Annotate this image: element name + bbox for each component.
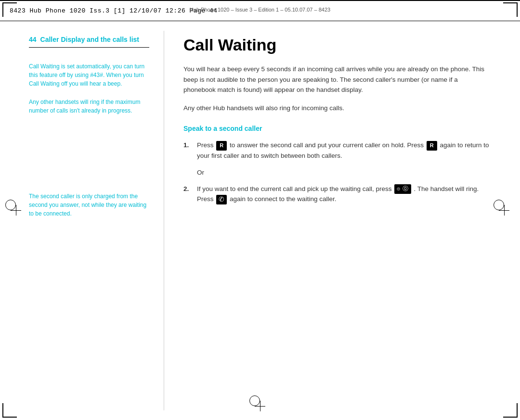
numbered-list: 1. Press R to answer the second call and…	[183, 140, 491, 204]
phone-btn: ✆	[216, 195, 227, 204]
item-content-1: Press R to answer the second call and pu…	[197, 140, 491, 161]
item-number-1: 1.	[183, 140, 193, 161]
right-content: Call Waiting You will hear a beep every …	[164, 21, 520, 420]
body-text-1: You will hear a beep every 5 seconds if …	[183, 64, 491, 95]
sidebar-note-2: Any other handsets will ring if the maxi…	[29, 98, 149, 115]
subsection-title: Speak to a second caller	[183, 125, 491, 132]
header-bar: 8423 Hub Phone 1020 Iss.3 [1] 12/10/07 1…	[0, 0, 520, 21]
sidebar-note-1: Call Waiting is set automatically, you c…	[29, 62, 149, 88]
header-left-text: 8423 Hub Phone 1020 Iss.3 [1] 12/10/07 1…	[10, 7, 218, 14]
list-item: 1. Press R to answer the second call and…	[183, 140, 491, 161]
r-key-1: R	[216, 141, 227, 151]
sidebar: 44 Caller Display and the calls list Cal…	[0, 21, 164, 420]
end-call-btn: ⌾ ⓪	[394, 184, 411, 194]
page-number-section: 44 Caller Display and the calls list	[29, 36, 149, 43]
body-text-2: Any other Hub handsets will also ring fo…	[183, 103, 491, 114]
top-divider	[29, 47, 149, 48]
page-title: Caller Display and the calls list	[40, 36, 139, 43]
or-label: Or	[197, 169, 491, 176]
sidebar-note-bottom: The second caller is only charged from t…	[29, 192, 149, 218]
page-number: 44	[29, 36, 37, 43]
section-title: Call Waiting	[183, 36, 491, 54]
r-key-2: R	[427, 141, 437, 151]
header-center-text: Hub Phone 1020 – Issue 3 – Edition 1 – 0…	[190, 7, 330, 13]
item-number-2: 2.	[183, 184, 193, 204]
main-content: 44 Caller Display and the calls list Cal…	[0, 21, 520, 420]
list-item: 2. If you want to end the current call a…	[183, 184, 491, 204]
item-content-2: If you want to end the current call and …	[197, 184, 491, 204]
